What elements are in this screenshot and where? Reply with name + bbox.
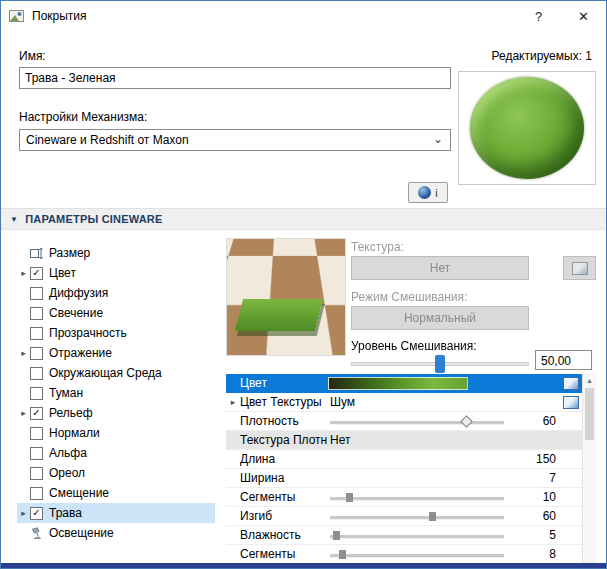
checkbox-displacement[interactable]: ✓ bbox=[30, 487, 43, 500]
prop-row-width[interactable]: Ширина 7 bbox=[226, 469, 582, 488]
tree-item-color[interactable]: ▸ ✓ Цвет bbox=[17, 263, 215, 283]
slider-track bbox=[330, 497, 504, 501]
prop-label: Влажность bbox=[240, 528, 328, 542]
prop-row-density[interactable]: Плотность 60 bbox=[226, 412, 582, 431]
checkbox-luminance[interactable]: ✓ bbox=[30, 307, 43, 320]
tree-item-label: Освещение bbox=[49, 526, 114, 540]
slider-track bbox=[330, 554, 504, 558]
slider-handle[interactable] bbox=[460, 415, 473, 428]
properties-scrollbar[interactable]: ▲ bbox=[582, 374, 596, 563]
color-gradient-swatch[interactable] bbox=[328, 377, 468, 390]
prop-value[interactable]: 8 bbox=[512, 547, 560, 561]
texture-icon[interactable] bbox=[563, 377, 579, 390]
checkbox-transparency[interactable]: ✓ bbox=[30, 327, 43, 340]
prop-value[interactable]: 150 bbox=[512, 452, 560, 466]
prop-value[interactable]: 60 bbox=[512, 414, 560, 428]
tree-item-fog[interactable]: ✓ Туман bbox=[17, 383, 215, 403]
size-icon bbox=[30, 247, 43, 260]
slider-handle[interactable] bbox=[346, 493, 353, 502]
tree-item-size[interactable]: Размер bbox=[17, 243, 215, 263]
checkbox-alpha[interactable]: ✓ bbox=[30, 447, 43, 460]
slider-handle[interactable] bbox=[429, 512, 436, 521]
slider-handle[interactable] bbox=[339, 550, 346, 559]
prop-text-value[interactable]: Нет bbox=[330, 431, 350, 450]
grass-patch-image bbox=[235, 299, 323, 331]
checkbox-diffusion[interactable]: ✓ bbox=[30, 287, 43, 300]
prop-row-density-texture[interactable]: Текстура Плотн... Нет bbox=[226, 431, 582, 450]
tree-item-luminance[interactable]: ✓ Свечение bbox=[17, 303, 215, 323]
prop-row-bend[interactable]: Изгиб 60 bbox=[226, 507, 582, 526]
surface-name-input[interactable] bbox=[19, 67, 451, 89]
prop-row-length[interactable]: Длина 150 bbox=[226, 450, 582, 469]
engine-dropdown[interactable]: Cineware и Redshift от Maxon ⌄ bbox=[19, 129, 451, 151]
prop-label: Изгиб bbox=[240, 509, 328, 523]
checkbox-grass[interactable]: ✓ bbox=[30, 507, 43, 520]
tree-item-diffusion[interactable]: ✓ Диффузия bbox=[17, 283, 215, 303]
checkbox-fog[interactable]: ✓ bbox=[30, 387, 43, 400]
blend-level-slider[interactable] bbox=[351, 354, 529, 374]
expand-icon[interactable]: ▸ bbox=[17, 508, 30, 518]
prop-text-value[interactable]: Шум bbox=[330, 393, 355, 412]
expand-icon[interactable]: ▸ bbox=[17, 348, 30, 358]
collapse-triangle-icon: ▼ bbox=[10, 215, 18, 224]
expand-icon[interactable]: ▸ bbox=[226, 397, 240, 407]
tree-item-illumination[interactable]: Освещение bbox=[17, 523, 215, 543]
expand-icon[interactable]: ▸ bbox=[17, 268, 30, 278]
cineware-info-button[interactable]: i bbox=[408, 182, 448, 203]
engine-dropdown-value: Cineware и Redshift от Maxon bbox=[26, 133, 189, 147]
scroll-up-icon[interactable]: ▲ bbox=[583, 374, 596, 387]
prop-row-color-texture[interactable]: ▸ Цвет Текстуры Шум bbox=[226, 393, 582, 412]
titlebar: Покрытия ? ✕ bbox=[1, 1, 606, 31]
prop-row-segments-2[interactable]: Сегменты 8 bbox=[226, 545, 582, 564]
help-button[interactable]: ? bbox=[516, 1, 561, 31]
texture-button[interactable]: Нет bbox=[351, 256, 529, 280]
checkbox-reflection[interactable]: ✓ bbox=[30, 347, 43, 360]
checkbox-color[interactable]: ✓ bbox=[30, 267, 43, 280]
blend-level-value[interactable]: 50,00 bbox=[535, 350, 592, 370]
window-title: Покрытия bbox=[32, 9, 87, 23]
checkbox-environment[interactable]: ✓ bbox=[30, 367, 43, 380]
tree-item-label: Отражение bbox=[49, 346, 112, 360]
prop-label: Длина bbox=[240, 452, 328, 466]
blend-mode-button[interactable]: Нормальный bbox=[351, 306, 529, 330]
tree-item-transparency[interactable]: ✓ Прозрачность bbox=[17, 323, 215, 343]
expand-icon[interactable]: ▸ bbox=[17, 408, 30, 418]
checkbox-glow[interactable]: ✓ bbox=[30, 467, 43, 480]
close-button[interactable]: ✕ bbox=[561, 1, 606, 31]
tree-item-normal[interactable]: ✓ Нормали bbox=[17, 423, 215, 443]
tree-item-alpha[interactable]: ✓ Альфа bbox=[17, 443, 215, 463]
tree-item-bump[interactable]: ▸ ✓ Рельеф bbox=[17, 403, 215, 423]
texture-label: Текстура: bbox=[351, 240, 404, 254]
section-title: ПАРАМЕТРЫ CINEWARE bbox=[25, 213, 162, 225]
prop-row-wetness[interactable]: Влажность 5 bbox=[226, 526, 582, 545]
slider-handle[interactable] bbox=[435, 355, 445, 373]
prop-value[interactable]: 10 bbox=[512, 490, 560, 504]
scrollbar-thumb[interactable] bbox=[585, 388, 594, 440]
prop-label: Цвет Текстуры bbox=[240, 395, 328, 409]
tree-item-label: Альфа bbox=[49, 446, 87, 460]
tree-item-reflection[interactable]: ▸ ✓ Отражение bbox=[17, 343, 215, 363]
texture-picker-button[interactable] bbox=[563, 256, 596, 280]
prop-value[interactable]: 5 bbox=[512, 528, 560, 542]
grass-render-preview bbox=[226, 238, 346, 356]
prop-value[interactable]: 7 bbox=[512, 471, 560, 485]
prop-label: Текстура Плотн... bbox=[240, 433, 328, 447]
checkbox-bump[interactable]: ✓ bbox=[30, 407, 43, 420]
tree-item-glow[interactable]: ✓ Ореол bbox=[17, 463, 215, 483]
texture-icon[interactable] bbox=[563, 396, 579, 409]
tree-item-environment[interactable]: ✓ Окружающая Среда bbox=[17, 363, 215, 383]
check-icon: ✓ bbox=[32, 268, 40, 278]
tree-item-displacement[interactable]: ✓ Смещение bbox=[17, 483, 215, 503]
prop-row-segments-1[interactable]: Сегменты 10 bbox=[226, 488, 582, 507]
prop-value[interactable]: 60 bbox=[512, 509, 560, 523]
tree-item-grass[interactable]: ▸ ✓ Трава bbox=[17, 503, 215, 523]
prop-row-color[interactable]: Цвет bbox=[226, 374, 582, 393]
tree-item-label: Смещение bbox=[49, 486, 109, 500]
cineware-section-header[interactable]: ▼ ПАРАМЕТРЫ CINEWARE bbox=[1, 208, 606, 230]
tree-item-label: Диффузия bbox=[49, 286, 108, 300]
cinema4d-icon bbox=[418, 186, 431, 199]
prop-label: Сегменты bbox=[240, 547, 328, 561]
checkbox-normal[interactable]: ✓ bbox=[30, 427, 43, 440]
texture-panel: Текстура: Нет Режим Смешивания: Нормальн… bbox=[351, 238, 596, 373]
slider-handle[interactable] bbox=[333, 531, 340, 540]
